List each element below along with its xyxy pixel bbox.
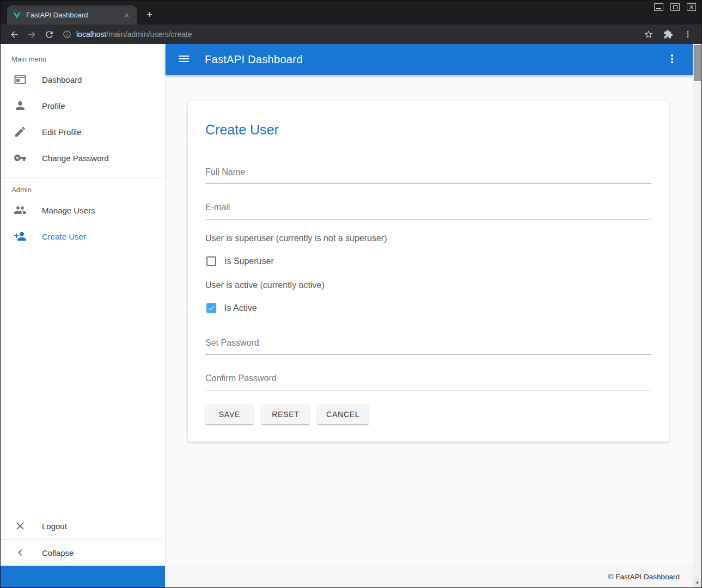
save-button[interactable]: SAVE bbox=[205, 405, 254, 424]
extension-icon[interactable] bbox=[660, 27, 676, 42]
is-superuser-label[interactable]: Is Superuser bbox=[224, 256, 274, 266]
reload-icon[interactable] bbox=[41, 27, 57, 42]
tab-close-icon[interactable]: × bbox=[122, 10, 131, 20]
browser-titlebar: FastAPI Dashboard × + ✕ bbox=[1, 1, 701, 24]
close-x-icon bbox=[14, 519, 27, 532]
chevron-left-icon bbox=[14, 546, 27, 559]
back-icon[interactable] bbox=[6, 27, 22, 42]
sidebar-item-edit-profile[interactable]: Edit Profile bbox=[1, 119, 165, 145]
set-password-field[interactable]: Set Password bbox=[205, 338, 651, 355]
main-column: FastAPI Dashboard Create User Full Name … bbox=[166, 44, 693, 587]
copyright-text: © FastAPI Dashboard bbox=[608, 573, 680, 581]
appbar-kebab-icon[interactable] bbox=[663, 50, 681, 70]
create-user-card: Create User Full Name E-mail User is sup… bbox=[188, 101, 669, 442]
url-text: localhost/main/admin/users/create bbox=[76, 30, 192, 39]
close-button[interactable]: ✕ bbox=[687, 3, 696, 11]
maximize-button[interactable] bbox=[670, 3, 680, 11]
bookmark-star-icon[interactable] bbox=[640, 27, 657, 42]
scrollbar-down-arrow-icon[interactable]: ▼ bbox=[693, 578, 701, 587]
toolbar-right bbox=[640, 27, 696, 42]
tab-title: FastAPI Dashboard bbox=[26, 11, 117, 19]
address-bar[interactable]: localhost/main/admin/users/create bbox=[58, 27, 639, 42]
person-add-icon bbox=[14, 230, 27, 243]
person-icon bbox=[14, 99, 27, 112]
form-buttons: SAVE RESET CANCEL bbox=[205, 405, 651, 424]
browser-menu-kebab-icon[interactable] bbox=[680, 27, 696, 42]
sidebar-item-label: Profile bbox=[42, 101, 65, 111]
page-scrollbar[interactable]: ▼ bbox=[693, 44, 701, 587]
set-password-label: Set Password bbox=[205, 338, 651, 348]
pencil-icon bbox=[14, 125, 27, 138]
is-superuser-checkbox[interactable] bbox=[206, 256, 216, 266]
reset-button[interactable]: RESET bbox=[261, 405, 310, 424]
page-title: Create User bbox=[205, 122, 651, 138]
main-content: Create User Full Name E-mail User is sup… bbox=[166, 75, 693, 566]
sidebar-item-label: Dashboard bbox=[42, 75, 82, 84]
vuetify-favicon-icon bbox=[13, 11, 21, 20]
sidebar-item-create-user[interactable]: Create User bbox=[1, 223, 165, 249]
active-hint: User is active (currently active) bbox=[205, 280, 651, 290]
sidebar-item-change-password[interactable]: Change Password bbox=[1, 145, 165, 171]
sidebar-item-label: Logout bbox=[42, 522, 67, 531]
field-underline bbox=[205, 390, 651, 390]
scrollbar-track[interactable] bbox=[693, 81, 701, 578]
sidebar-item-collapse[interactable]: Collapse bbox=[1, 540, 165, 566]
minimize-button[interactable] bbox=[654, 3, 663, 11]
app-bar: FastAPI Dashboard bbox=[166, 44, 693, 75]
is-superuser-checkbox-row[interactable]: Is Superuser bbox=[205, 256, 651, 266]
page-info-icon bbox=[63, 30, 71, 39]
key-icon bbox=[14, 151, 27, 164]
field-underline bbox=[205, 183, 651, 184]
sidebar: Main menu Dashboard Profile Edit Profile… bbox=[1, 44, 166, 587]
is-active-label[interactable]: Is Active bbox=[224, 303, 257, 313]
sidebar-item-logout[interactable]: Logout bbox=[1, 513, 165, 539]
sidebar-section-main-menu: Main menu bbox=[1, 44, 165, 66]
sidebar-item-profile[interactable]: Profile bbox=[1, 93, 165, 119]
sidebar-item-label: Edit Profile bbox=[42, 127, 82, 137]
hamburger-menu-icon[interactable] bbox=[178, 52, 191, 68]
new-tab-button[interactable]: + bbox=[143, 9, 156, 21]
field-underline bbox=[205, 354, 651, 355]
sidebar-item-manage-users[interactable]: Manage Users bbox=[1, 197, 165, 223]
confirm-password-label: Confirm Password bbox=[205, 373, 651, 383]
sidebar-bottom: Logout Collapse bbox=[1, 513, 165, 566]
url-path: /main/admin/users/create bbox=[106, 30, 192, 39]
sidebar-item-label: Create User bbox=[42, 232, 86, 241]
scrollbar-thumb[interactable] bbox=[694, 45, 701, 81]
sidebar-section-admin: Admin bbox=[1, 178, 165, 197]
email-label: E-mail bbox=[205, 203, 651, 212]
field-underline bbox=[205, 219, 651, 219]
appbar-title: FastAPI Dashboard bbox=[205, 53, 303, 66]
full-name-label: Full Name bbox=[205, 167, 651, 177]
sidebar-item-label: Change Password bbox=[42, 154, 109, 163]
window-controls: ✕ bbox=[654, 3, 696, 11]
url-host: localhost bbox=[76, 30, 106, 39]
browser-toolbar: localhost/main/admin/users/create bbox=[1, 24, 701, 44]
page-body: Main menu Dashboard Profile Edit Profile… bbox=[1, 44, 701, 587]
sidebar-item-label: Collapse bbox=[42, 548, 74, 558]
dashboard-icon bbox=[14, 73, 27, 86]
check-icon bbox=[207, 304, 215, 312]
is-active-checkbox-row[interactable]: Is Active bbox=[205, 303, 651, 313]
footer-left-accent bbox=[1, 566, 165, 587]
is-active-checkbox[interactable] bbox=[206, 303, 216, 313]
page-footer: © FastAPI Dashboard bbox=[166, 566, 693, 587]
superuser-hint: User is superuser (currently is not a su… bbox=[205, 234, 651, 243]
confirm-password-field[interactable]: Confirm Password bbox=[205, 373, 651, 390]
full-name-field[interactable]: Full Name bbox=[205, 167, 651, 184]
browser-tab[interactable]: FastAPI Dashboard × bbox=[7, 5, 137, 24]
cancel-button[interactable]: CANCEL bbox=[318, 405, 369, 424]
people-icon bbox=[14, 204, 27, 217]
email-field[interactable]: E-mail bbox=[205, 203, 651, 219]
forward-icon[interactable] bbox=[23, 27, 40, 42]
browser-window: FastAPI Dashboard × + ✕ localhost/main/a… bbox=[0, 0, 702, 588]
sidebar-item-label: Manage Users bbox=[42, 206, 95, 215]
sidebar-item-dashboard[interactable]: Dashboard bbox=[1, 66, 165, 93]
